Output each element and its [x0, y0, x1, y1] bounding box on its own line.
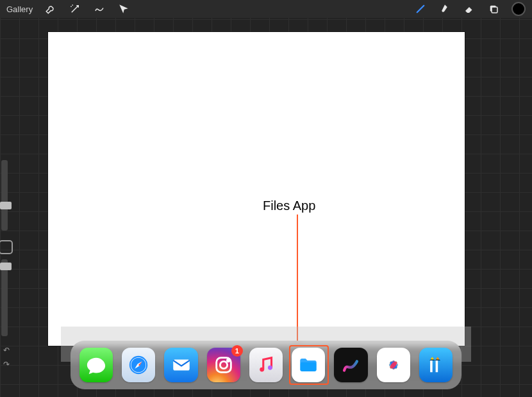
selection-icon[interactable]	[93, 3, 106, 15]
dock-app-safari[interactable]	[122, 348, 155, 382]
color-swatch[interactable]	[511, 2, 526, 16]
dock-app-files[interactable]	[292, 348, 325, 382]
wand-icon[interactable]	[69, 3, 81, 15]
svg-rect-11	[300, 362, 317, 371]
layers-icon[interactable]	[487, 3, 500, 15]
svg-point-7	[220, 361, 227, 368]
instagram-badge: 1	[231, 345, 243, 357]
gallery-link[interactable]: Gallery	[6, 4, 33, 14]
eraser-icon[interactable]	[463, 3, 476, 15]
brush-size-track[interactable]	[1, 160, 8, 231]
ipad-dock: 1	[71, 341, 461, 389]
canvas-area[interactable]	[48, 32, 465, 346]
svg-rect-1	[492, 7, 497, 13]
svg-rect-5	[173, 360, 190, 371]
brush-size-knob[interactable]	[0, 202, 12, 209]
dock-app-photos[interactable]	[377, 348, 410, 382]
smudge-icon[interactable]	[438, 3, 451, 15]
dock-app-affinity[interactable]	[419, 348, 453, 382]
svg-point-10	[268, 366, 272, 370]
dock-app-procreate[interactable]	[334, 348, 367, 382]
svg-point-9	[260, 368, 264, 372]
opacity-track[interactable]	[1, 259, 8, 336]
dock-app-mail[interactable]	[164, 348, 197, 382]
redo-icon[interactable]: ↷	[1, 360, 12, 369]
color-picker-square[interactable]	[0, 240, 13, 254]
brush-icon[interactable]	[414, 3, 427, 15]
top-toolbar: Gallery	[0, 0, 532, 18]
wrench-icon[interactable]	[44, 3, 57, 15]
svg-point-8	[227, 359, 229, 361]
dock-app-music[interactable]	[249, 348, 283, 382]
opacity-knob[interactable]	[0, 263, 12, 270]
dock-app-instagram[interactable]: 1	[207, 348, 240, 382]
dock-app-messages[interactable]	[79, 348, 113, 382]
undo-icon[interactable]: ↶	[1, 346, 12, 355]
annotation-label: Files App	[263, 199, 315, 213]
move-icon[interactable]	[117, 3, 130, 15]
